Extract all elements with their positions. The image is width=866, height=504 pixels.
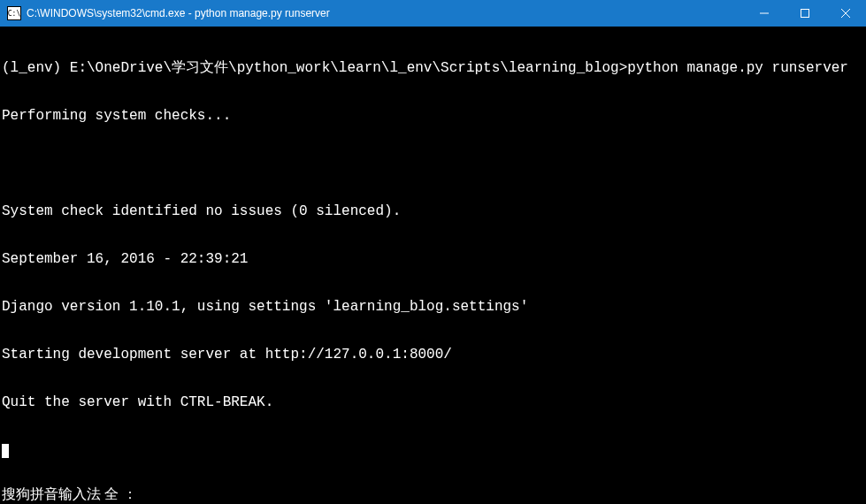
output-line: Django version 1.10.1, using settings 'l… bbox=[2, 299, 866, 315]
terminal-area[interactable]: (l_env) E:\OneDrive\学习文件\python_work\lea… bbox=[0, 27, 866, 504]
svg-rect-1 bbox=[801, 10, 809, 18]
minimize-icon bbox=[760, 9, 769, 18]
window-title: C:\WINDOWS\system32\cmd.exe - python man… bbox=[27, 7, 744, 19]
close-icon bbox=[841, 9, 850, 18]
prompt-line: (l_env) E:\OneDrive\学习文件\python_work\lea… bbox=[2, 60, 866, 76]
cursor-line bbox=[2, 442, 866, 458]
output-line: Quit the server with CTRL-BREAK. bbox=[2, 394, 866, 410]
ime-status-bar: 搜狗拼音输入法 全 ： bbox=[0, 486, 866, 504]
output-line: System check identified no issues (0 sil… bbox=[2, 203, 866, 219]
maximize-button[interactable] bbox=[785, 0, 825, 27]
window-controls bbox=[744, 0, 866, 27]
terminal-cursor bbox=[2, 444, 9, 458]
cmd-icon: C:\ bbox=[7, 6, 21, 20]
prompt-prefix: (l_env) E:\OneDrive\学习文件\python_work\lea… bbox=[2, 60, 627, 76]
minimize-button[interactable] bbox=[744, 0, 785, 27]
entered-command: python manage.py runserver bbox=[627, 60, 848, 76]
window-titlebar: C:\ C:\WINDOWS\system32\cmd.exe - python… bbox=[0, 0, 866, 27]
output-line: Performing system checks... bbox=[2, 108, 866, 124]
output-line: September 16, 2016 - 22:39:21 bbox=[2, 251, 866, 267]
close-button[interactable] bbox=[825, 0, 866, 27]
output-line bbox=[2, 156, 866, 172]
output-line: Starting development server at http://12… bbox=[2, 347, 866, 363]
maximize-icon bbox=[801, 9, 809, 18]
